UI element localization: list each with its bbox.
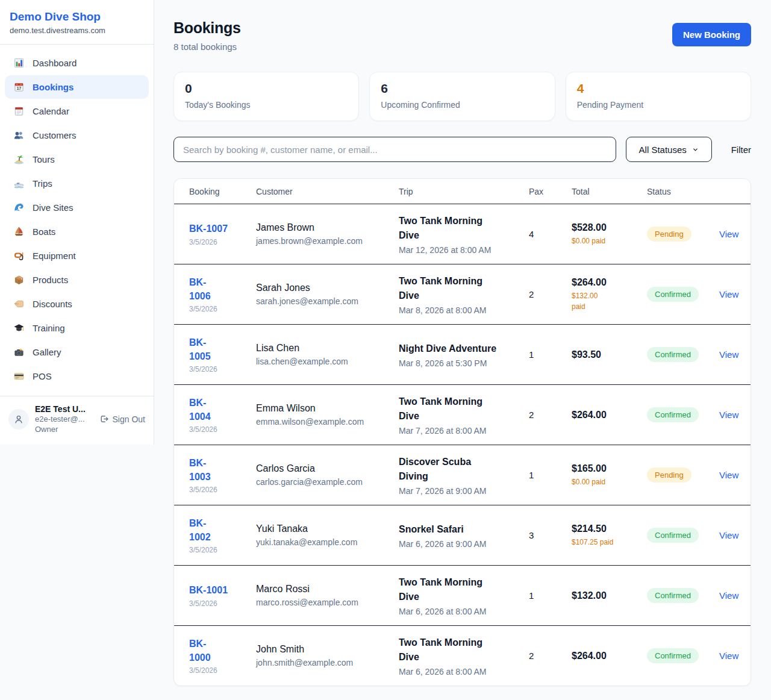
pax-count: 2 [529,410,572,420]
booking-id-link[interactable]: BK-1001 [189,583,228,597]
filter-button[interactable]: Filter [731,145,751,155]
status-select[interactable]: All Statuses [626,137,712,162]
trip-datetime: Mar 8, 2026 at 5:30 PM [399,358,523,368]
table-row: BK- 1000 3/5/2026 John Smith john.smith@… [174,625,751,686]
pax-count: 1 [529,590,572,601]
customer-name: James Brown [256,222,393,233]
view-link[interactable]: View [719,289,738,299]
sidebar-item-boats[interactable]: Boats [5,220,149,243]
sign-out-button[interactable]: Sign Out [99,414,145,424]
sidebar-item-label: Calendar [33,106,69,116]
sidebar-item-bookings[interactable]: 17 Bookings [5,75,149,99]
booking-id-link[interactable]: BK- 1003 [189,456,211,484]
stat-card-upcoming-confirmed: 6 Upcoming Confirmed [369,72,555,121]
trip-name: Two Tank Morning Dive [399,575,523,604]
sidebar-item-calendar[interactable]: Calendar [5,99,149,123]
graduation-cap-icon [13,322,25,334]
total-amount: $132.00 [572,590,641,601]
total-amount: $93.50 [572,349,641,360]
view-link[interactable]: View [719,651,738,661]
trip-datetime: Mar 12, 2026 at 8:00 AM [399,245,523,255]
view-link[interactable]: View [719,470,738,480]
sidebar-item-gallery[interactable]: Gallery [5,340,149,364]
customer-email: marco.rossi@example.com [256,598,393,607]
sidebar-item-products[interactable]: Products [5,268,149,292]
view-link[interactable]: View [719,530,738,540]
page-title: Bookings [173,19,241,37]
table-row: BK- 1003 3/5/2026 Carlos Garcia carlos.g… [174,445,751,505]
pax-count: 1 [529,470,572,480]
column-header-customer: Customer [256,187,399,196]
booking-date: 3/5/2026 [189,546,250,554]
trip-name: Discover Scuba Diving [399,455,523,484]
sidebar-item-label: Dashboard [33,58,76,68]
booking-id-link[interactable]: BK- 1006 [189,275,211,303]
sailboat-icon [13,226,25,237]
stat-label: Upcoming Confirmed [381,100,543,110]
sidebar: Demo Dive Shop demo.test.divestreams.com… [0,0,154,445]
status-badge: Confirmed [647,347,699,362]
sidebar-item-pos[interactable]: POS [5,364,149,388]
sidebar-item-dive-sites[interactable]: Dive Sites [5,196,149,219]
sidebar-item-trips[interactable]: Trips [5,172,149,195]
new-booking-button[interactable]: New Booking [672,23,751,46]
booking-id-link[interactable]: BK-1007 [189,222,228,236]
view-link[interactable]: View [719,349,738,360]
sidebar-item-dashboard[interactable]: Dashboard [5,51,149,75]
user-role: Owner [35,425,86,435]
motorboat-icon [13,178,25,189]
column-header-pax: Pax [529,187,572,196]
booking-id-link[interactable]: BK- 1002 [189,516,211,544]
total-amount: $264.00 [572,277,641,288]
diving-mask-icon [13,250,25,261]
booking-id-link[interactable]: BK- 1005 [189,336,211,363]
sidebar-item-tours[interactable]: Tours [5,148,149,171]
avatar [8,409,29,430]
booking-date: 3/5/2026 [189,425,250,434]
status-badge: Confirmed [647,528,699,543]
paid-amount: $0.00 paid [572,477,641,487]
status-select-value: All Statuses [639,145,687,155]
trip-name: Two Tank Morning Dive [399,214,523,243]
customer-name: John Smith [256,644,393,655]
pax-count: 3 [529,530,572,540]
table-row: BK-1001 3/5/2026 Marco Rossi marco.rossi… [174,565,751,625]
logout-icon [99,414,109,424]
status-badge: Confirmed [647,287,699,302]
bar-chart-icon [13,57,25,69]
sidebar-item-training[interactable]: Training [5,316,149,340]
trip-datetime: Mar 6, 2026 at 8:00 AM [399,607,523,616]
customer-name: Yuki Tanaka [256,523,393,534]
column-header-booking: Booking [189,187,256,196]
view-link[interactable]: View [719,590,738,601]
view-link[interactable]: View [719,229,738,239]
sidebar-item-label: POS [33,371,52,381]
customer-email: john.smith@example.com [256,658,393,667]
table-row: BK- 1006 3/5/2026 Sarah Jones sarah.jone… [174,264,751,324]
customer-email: james.brown@example.com [256,236,393,246]
stat-value: 6 [381,81,543,96]
booking-id-link[interactable]: BK- 1000 [189,637,211,664]
view-link[interactable]: View [719,410,738,420]
pax-count: 1 [529,349,572,360]
sidebar-item-customers[interactable]: Customers [5,123,149,147]
page-subtitle: 8 total bookings [173,42,241,52]
brand-block: Demo Dive Shop demo.test.divestreams.com [0,0,154,45]
trip-datetime: Mar 7, 2026 at 8:00 AM [399,426,523,436]
trip-datetime: Mar 7, 2026 at 9:00 AM [399,486,523,496]
search-input[interactable] [173,137,616,162]
user-email: e2e-tester@... [35,414,86,425]
sidebar-user-footer: E2E Test U... e2e-tester@... Owner Sign … [0,396,154,439]
sidebar-item-equipment[interactable]: Equipment [5,244,149,267]
booking-id-link[interactable]: BK- 1004 [189,396,211,423]
sign-out-label: Sign Out [113,414,145,424]
page-header: Bookings 8 total bookings New Booking [173,19,751,52]
sidebar-item-discounts[interactable]: Discounts [5,292,149,316]
sidebar-item-label: Products [33,275,68,285]
stat-value: 4 [577,81,740,96]
stat-card-todays-bookings: 0 Today's Bookings [173,72,359,121]
chevron-down-icon [692,146,699,153]
table-row: BK- 1002 3/5/2026 Yuki Tanaka yuki.tanak… [174,505,751,565]
status-badge: Pending [647,467,691,483]
sidebar-item-label: Tours [33,154,55,164]
